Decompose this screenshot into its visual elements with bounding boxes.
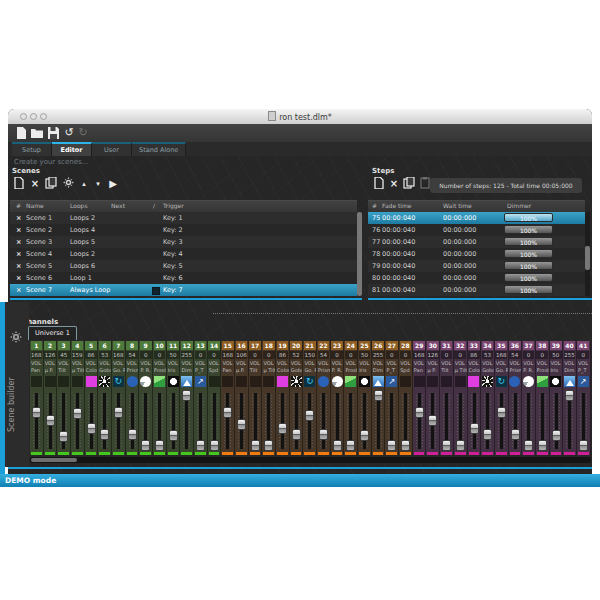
channel-fader[interactable]	[180, 390, 193, 450]
step-dimmer-button[interactable]: 100%	[504, 285, 553, 294]
channel-fader[interactable]	[413, 390, 426, 450]
channels-settings-gear-icon[interactable]	[10, 328, 22, 340]
fader-handle[interactable]	[155, 440, 164, 451]
fader-handle[interactable]	[196, 440, 205, 451]
channel-fader[interactable]	[454, 390, 467, 450]
step-row[interactable]: 7500:00:04000:00:000100%	[368, 212, 585, 224]
channel-fader[interactable]	[385, 390, 398, 450]
channel-fader[interactable]	[577, 390, 590, 450]
channel-fader[interactable]	[30, 390, 43, 450]
redo-icon[interactable]: ↻	[76, 126, 90, 140]
fader-handle[interactable]	[524, 440, 533, 451]
fader-handle[interactable]	[374, 390, 383, 401]
scene-edit-checkbox[interactable]	[152, 287, 160, 295]
fader-handle[interactable]	[278, 423, 287, 434]
fader-handle[interactable]	[251, 440, 260, 451]
scenes-scrollbar[interactable]	[357, 212, 362, 296]
fader-handle[interactable]	[128, 429, 137, 440]
step-dimmer-button[interactable]: 100%	[504, 237, 553, 246]
fader-handle[interactable]	[59, 431, 68, 442]
channel-fader[interactable]	[71, 390, 84, 450]
step-dimmer-button[interactable]: 100%	[504, 213, 553, 222]
step-dimmer-button[interactable]: 100%	[504, 225, 553, 234]
fader-handle[interactable]	[264, 440, 273, 451]
step-dimmer-button[interactable]: 100%	[504, 261, 553, 270]
channel-fader[interactable]	[426, 390, 439, 450]
channel-fader[interactable]	[139, 390, 152, 450]
step-row[interactable]: 7800:00:04000:00:000100%	[368, 248, 585, 260]
step-dimmer-button[interactable]: 100%	[504, 273, 553, 282]
fader-handle[interactable]	[333, 440, 342, 451]
fader-handle[interactable]	[87, 423, 96, 434]
channel-fader[interactable]	[522, 390, 535, 450]
scrollbar-thumb[interactable]	[31, 458, 77, 462]
fader-handle[interactable]	[442, 440, 451, 451]
fader-handle[interactable]	[415, 407, 424, 418]
channel-fader[interactable]	[112, 390, 125, 450]
fader-handle[interactable]	[114, 407, 123, 418]
channel-fader[interactable]	[221, 390, 234, 450]
tab-universe-1[interactable]: Universe 1	[28, 326, 77, 340]
channel-fader[interactable]	[344, 390, 357, 450]
scene-row[interactable]: ×Scene 4Loops 2Key: 4	[10, 248, 357, 260]
channel-fader[interactable]	[249, 390, 262, 450]
fader-handle[interactable]	[210, 440, 219, 451]
channel-fader[interactable]	[303, 390, 316, 450]
scene-row[interactable]: ×Scene 6Loop 1Key: 6	[10, 272, 357, 284]
channel-fader[interactable]	[262, 390, 275, 450]
save-file-icon[interactable]	[46, 126, 60, 140]
tab-stand-alone[interactable]: Stand Alone	[132, 142, 186, 156]
channel-fader[interactable]	[399, 390, 412, 450]
scene-row[interactable]: ×Scene 1Loops 2Key: 1	[10, 212, 357, 224]
fader-handle[interactable]	[32, 407, 41, 418]
channel-fader[interactable]	[98, 390, 111, 450]
fader-handle[interactable]	[511, 429, 520, 440]
step-row[interactable]: 7700:00:04000:00:000100%	[368, 236, 585, 248]
channel-fader[interactable]	[317, 390, 330, 450]
fader-handle[interactable]	[182, 390, 191, 401]
channel-fader[interactable]	[208, 390, 221, 450]
fader-handle[interactable]	[305, 410, 314, 421]
fader-handle[interactable]	[428, 415, 437, 426]
step-row[interactable]: 8000:00:04000:00:000100%	[368, 272, 585, 284]
fader-handle[interactable]	[73, 408, 82, 419]
fader-handle[interactable]	[100, 429, 109, 440]
channel-fader[interactable]	[290, 390, 303, 450]
fader-handle[interactable]	[456, 440, 465, 451]
fader-handle[interactable]	[401, 440, 410, 451]
channel-fader[interactable]	[495, 390, 508, 450]
fader-handle[interactable]	[46, 415, 55, 426]
fader-handle[interactable]	[538, 440, 547, 451]
channel-fader[interactable]	[481, 390, 494, 450]
channel-fader[interactable]	[550, 390, 563, 450]
step-dimmer-button[interactable]: 100%	[504, 249, 553, 258]
scene-row[interactable]: ×Scene 5Loops 6Key: 5	[10, 260, 357, 272]
channel-fader[interactable]	[235, 390, 248, 450]
channel-fader[interactable]	[167, 390, 180, 450]
fader-handle[interactable]	[470, 423, 479, 434]
step-row[interactable]: 7900:00:04000:00:000100%	[368, 260, 585, 272]
open-file-icon[interactable]	[30, 126, 44, 140]
channel-fader[interactable]	[331, 390, 344, 450]
fader-handle[interactable]	[497, 407, 506, 418]
scene-row[interactable]: ×Scene 2Loops 4Key: 2	[10, 224, 357, 236]
channel-fader[interactable]	[126, 390, 139, 450]
channel-fader[interactable]	[85, 390, 98, 450]
channel-fader[interactable]	[372, 390, 385, 450]
channel-fader[interactable]	[276, 390, 289, 450]
channel-fader[interactable]	[536, 390, 549, 450]
fader-handle[interactable]	[387, 440, 396, 451]
channel-fader[interactable]	[194, 390, 207, 450]
tab-user[interactable]: User	[92, 142, 132, 156]
channel-fader[interactable]	[44, 390, 57, 450]
steps-scrollbar[interactable]	[585, 212, 590, 296]
fader-handle[interactable]	[552, 430, 561, 441]
channels-horizontal-scrollbar[interactable]	[30, 457, 591, 463]
fader-handle[interactable]	[483, 429, 492, 440]
fader-handle[interactable]	[565, 390, 574, 401]
fader-handle[interactable]	[292, 429, 301, 440]
step-row[interactable]: 7600:00:04000:00:000100%	[368, 224, 585, 236]
channel-fader[interactable]	[509, 390, 522, 450]
fader-handle[interactable]	[223, 407, 232, 418]
fader-handle[interactable]	[237, 419, 246, 430]
